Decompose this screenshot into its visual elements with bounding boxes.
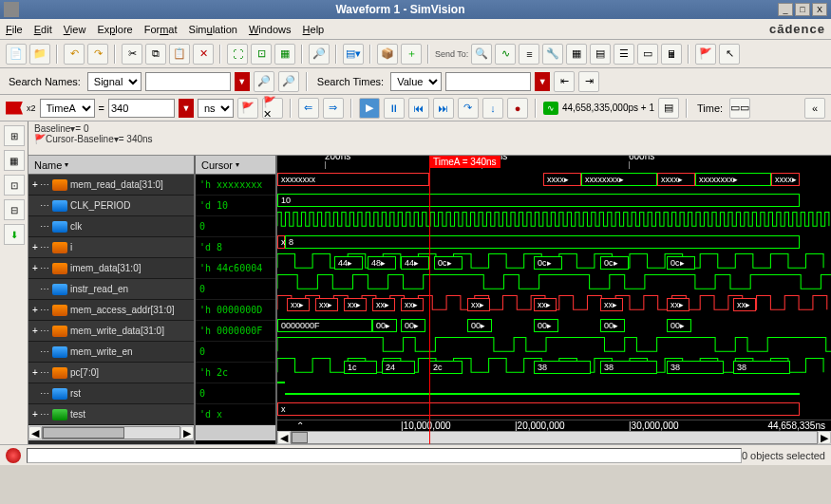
maximize-button[interactable]: □ — [795, 3, 810, 16]
minimize-button[interactable]: _ — [778, 3, 793, 16]
run-icon[interactable]: ▶ — [359, 98, 380, 119]
expand-icon[interactable]: + — [30, 326, 40, 336]
sendto-mem-icon[interactable]: ▦ — [566, 44, 587, 65]
waveform-row[interactable] — [277, 378, 831, 399]
marker-units[interactable]: ns — [198, 99, 234, 118]
lt-collapse-icon[interactable]: ⊟ — [4, 199, 25, 220]
sendto-schem-icon[interactable]: 🔧 — [542, 44, 563, 65]
expand-icon[interactable] — [30, 221, 40, 232]
menu-explore[interactable]: Explore — [97, 24, 132, 35]
search-times-input[interactable] — [445, 72, 531, 91]
waveform-row[interactable]: 0000000F00▸00▸00▸00▸00▸00▸ — [277, 315, 831, 336]
marker-select[interactable]: TimeA — [40, 99, 95, 118]
expand-icon[interactable]: + — [30, 409, 40, 420]
open-icon[interactable]: 📁 — [29, 44, 50, 65]
filter-icon[interactable]: ▤▾ — [343, 44, 364, 65]
restart-icon[interactable]: ⏮ — [408, 98, 429, 119]
timeline-header[interactable]: TimeA = 340ns 200ns 400ns 600ns — [277, 156, 831, 169]
cursor-ptr-icon[interactable]: ↖ — [719, 44, 740, 65]
marker-time-go[interactable]: ▼ — [179, 99, 194, 118]
name-hscroll[interactable]: ◀▶ — [28, 425, 194, 440]
signal-name-row[interactable]: +⋯mem_read_data[31:0] — [28, 175, 194, 196]
sendto-calc-icon[interactable]: 🖩 — [661, 44, 682, 65]
signal-name-row[interactable]: +⋯mem_write_data[31:0] — [28, 321, 194, 342]
marker-time-input[interactable] — [108, 99, 175, 118]
waveform-row[interactable] — [277, 211, 831, 232]
next-edge-icon[interactable]: ⇒ — [323, 98, 344, 119]
zoom-full-icon[interactable]: ⊡ — [251, 44, 272, 65]
search-next-icon[interactable]: 🔎 — [278, 71, 299, 92]
search-times-go[interactable]: ▼ — [535, 72, 550, 91]
waveform-row[interactable]: xxxxxxxxxxxx▸xxxxxxxx▸xxxx▸xxxxxxxx▸xxxx… — [277, 169, 831, 190]
lt-group-icon[interactable]: ▦ — [4, 150, 25, 171]
search-names-mode[interactable]: Signal — [87, 72, 142, 91]
signal-name-row[interactable]: ⋯instr_read_en — [28, 279, 194, 300]
waveform-row[interactable] — [277, 273, 831, 294]
menu-simulation[interactable]: Simulation — [189, 24, 237, 35]
sendto-reg-icon[interactable]: ▤ — [590, 44, 611, 65]
search-time-prev-icon[interactable]: ⇤ — [554, 71, 575, 92]
cursor-panel-header[interactable]: Cursor — [196, 156, 275, 175]
paste-icon[interactable]: 📋 — [169, 44, 190, 65]
expand-icon[interactable]: + — [30, 367, 40, 378]
signal-name-row[interactable]: +⋯pc[7:0] — [28, 363, 194, 383]
expand-icon[interactable]: + — [30, 263, 40, 273]
waveform-row[interactable]: 44▸48▸44▸0c▸0c▸0c▸0c▸ — [277, 252, 831, 273]
menu-file[interactable]: File — [6, 24, 23, 35]
expand-icon[interactable] — [30, 200, 40, 211]
menu-edit[interactable]: Edit — [34, 24, 52, 35]
marker-add-icon[interactable]: 🚩 — [237, 98, 258, 119]
cut-icon[interactable]: ✂ — [122, 44, 142, 65]
waveform-row[interactable]: x — [277, 399, 831, 420]
marker-flag-icon[interactable] — [6, 102, 23, 115]
marker-del-icon[interactable]: 🚩✕ — [262, 98, 283, 119]
search-times-mode[interactable]: Value — [390, 72, 442, 91]
time-marker-flag[interactable]: TimeA = 340ns — [429, 156, 500, 168]
time-range-icon[interactable]: ▭▭ — [729, 98, 750, 119]
record-icon[interactable] — [6, 448, 21, 463]
waveform-row[interactable]: xx▸xx▸xx▸xx▸xx▸xx▸xx▸xx▸xx▸xx▸ — [277, 294, 831, 315]
menu-windows[interactable]: Windows — [249, 24, 292, 35]
menu-format[interactable]: Format — [144, 24, 178, 35]
search-names-input[interactable] — [145, 72, 231, 91]
sendto-txt-icon[interactable]: ▭ — [637, 44, 658, 65]
copy-icon[interactable]: ⧉ — [145, 44, 166, 65]
expand-icon[interactable] — [30, 284, 40, 294]
collapse-icon[interactable]: « — [804, 98, 825, 119]
zoom-sel-icon[interactable]: ▦ — [274, 44, 295, 65]
undo-icon[interactable]: ↶ — [64, 44, 85, 65]
sendto-src-icon[interactable]: ≡ — [519, 44, 539, 65]
delete-icon[interactable]: ✕ — [193, 44, 214, 65]
signal-name-row[interactable]: +⋯test — [28, 404, 194, 425]
menu-view[interactable]: View — [64, 24, 86, 35]
signal-name-row[interactable]: ⋯clk — [28, 216, 194, 237]
wave-hscroll[interactable]: ◀▶ — [277, 431, 831, 444]
cursor-flag-icon[interactable]: 🚩 — [695, 44, 716, 65]
prev-edge-icon[interactable]: ⇐ — [298, 98, 319, 119]
time-cursor-line[interactable] — [429, 156, 430, 444]
waveform-row[interactable]: 10 — [277, 190, 831, 211]
sim-config-icon[interactable]: ▤ — [658, 98, 679, 119]
wave-panel[interactable]: TimeA = 340ns 200ns 400ns 600ns xxxxxxxx… — [277, 156, 831, 444]
sendto-wave-icon[interactable]: ∿ — [495, 44, 516, 65]
expand-icon[interactable]: + — [30, 179, 40, 190]
waveform-row[interactable] — [277, 336, 831, 357]
search-time-next-icon[interactable]: ⇥ — [578, 71, 599, 92]
signal-name-row[interactable]: +⋯imem_data[31:0] — [28, 258, 194, 279]
new-icon[interactable]: 📄 — [6, 44, 27, 65]
expand-icon[interactable]: + — [30, 305, 40, 315]
waveform-row[interactable]: 1c242c38383838 — [277, 357, 831, 378]
expand-icon[interactable] — [30, 346, 40, 357]
add-icon[interactable]: ＋ — [401, 44, 422, 65]
waveform-row[interactable]: x8 — [277, 232, 831, 252]
search-names-go[interactable]: ▼ — [235, 72, 250, 91]
find-icon[interactable]: 🔎 — [309, 44, 330, 65]
sendto-list-icon[interactable]: ☰ — [614, 44, 634, 65]
signal-name-row[interactable]: ⋯rst — [28, 383, 194, 404]
signal-name-row[interactable]: ⋯mem_write_en — [28, 342, 194, 363]
lt-filter-icon[interactable]: ⬇ — [4, 224, 25, 245]
expand-icon[interactable]: + — [30, 242, 40, 252]
stop-icon[interactable]: ● — [507, 98, 528, 119]
close-button[interactable]: X — [812, 3, 827, 16]
sendto-search-icon[interactable]: 🔍 — [471, 44, 492, 65]
